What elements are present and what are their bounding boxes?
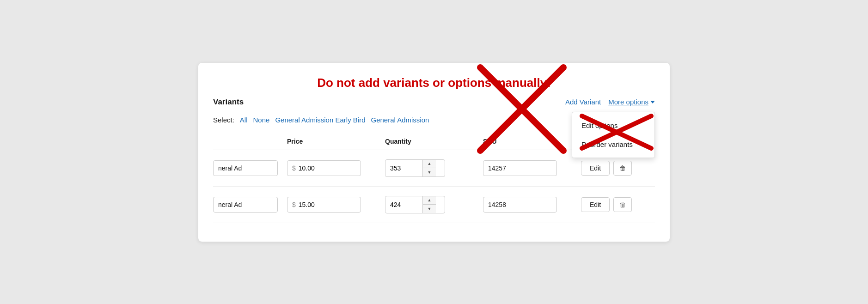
reorder-variants-item[interactable]: Reorder variants bbox=[572, 135, 654, 154]
variant-name-cell-1 bbox=[213, 160, 287, 176]
variant-name-input-1[interactable] bbox=[213, 160, 278, 176]
col-header-sku: SKU bbox=[483, 138, 581, 145]
currency-symbol-1: $ bbox=[292, 164, 296, 172]
quantity-input-1[interactable] bbox=[385, 161, 422, 176]
select-filter2-link[interactable]: General Admission bbox=[371, 116, 429, 124]
price-input-wrapper-1: $ bbox=[287, 160, 361, 176]
select-all-link[interactable]: All bbox=[240, 116, 248, 124]
price-input-1[interactable] bbox=[299, 161, 345, 176]
more-options-label: More options bbox=[608, 98, 648, 106]
sku-input-1[interactable] bbox=[483, 160, 557, 176]
quantity-down-button-1[interactable]: ▼ bbox=[423, 168, 436, 176]
dropdown-menu: Edit options Reorder variants bbox=[572, 112, 655, 158]
edit-options-item[interactable]: Edit options bbox=[572, 116, 654, 135]
col-header-price: Price bbox=[287, 138, 385, 145]
stepper-buttons-1: ▲ ▼ bbox=[422, 160, 436, 176]
header-actions: Add Variant More options Edit options Re… bbox=[565, 98, 655, 106]
table-row: $ ▲ ▼ Edit 🗑 bbox=[213, 187, 655, 223]
sku-input-2[interactable] bbox=[483, 197, 557, 213]
sku-cell-2 bbox=[483, 197, 581, 213]
row-actions-1: Edit 🗑 bbox=[581, 161, 655, 176]
select-label: Select: bbox=[213, 116, 234, 124]
row-actions-2: Edit 🗑 bbox=[581, 197, 655, 212]
stepper-buttons-2: ▲ ▼ bbox=[422, 196, 436, 213]
more-options-button[interactable]: More options bbox=[608, 98, 655, 106]
delete-button-2[interactable]: 🗑 bbox=[613, 197, 632, 212]
price-cell-1: $ bbox=[287, 160, 385, 176]
select-none-link[interactable]: None bbox=[253, 116, 270, 124]
quantity-wrapper-1: ▲ ▼ bbox=[385, 159, 445, 177]
add-variant-button[interactable]: Add Variant bbox=[565, 98, 601, 106]
variants-title: Variants bbox=[213, 97, 244, 107]
quantity-input-2[interactable] bbox=[385, 197, 422, 212]
header-row: Variants Add Variant More options Edit o… bbox=[213, 97, 655, 107]
col-header-name bbox=[213, 138, 287, 145]
select-filter1-link[interactable]: General Admission Early Bird bbox=[275, 116, 365, 124]
quantity-cell-2: ▲ ▼ bbox=[385, 196, 483, 213]
edit-button-2[interactable]: Edit bbox=[581, 197, 610, 212]
variant-name-cell-2 bbox=[213, 197, 287, 213]
delete-button-1[interactable]: 🗑 bbox=[613, 161, 632, 176]
warning-text: Do not add variants or options manually! bbox=[213, 76, 655, 90]
quantity-down-button-2[interactable]: ▼ bbox=[423, 205, 436, 213]
edit-button-1[interactable]: Edit bbox=[581, 161, 610, 176]
dropdown-arrow-icon bbox=[650, 101, 655, 103]
sku-cell-1 bbox=[483, 160, 581, 176]
variant-name-input-2[interactable] bbox=[213, 197, 278, 213]
price-input-2[interactable] bbox=[299, 197, 345, 212]
quantity-up-button-2[interactable]: ▲ bbox=[423, 196, 436, 205]
currency-symbol-2: $ bbox=[292, 201, 296, 208]
quantity-cell-1: ▲ ▼ bbox=[385, 159, 483, 177]
quantity-wrapper-2: ▲ ▼ bbox=[385, 196, 445, 213]
price-cell-2: $ bbox=[287, 197, 385, 213]
quantity-up-button-1[interactable]: ▲ bbox=[423, 160, 436, 168]
col-header-quantity: Quantity bbox=[385, 138, 483, 145]
price-input-wrapper-2: $ bbox=[287, 197, 361, 213]
